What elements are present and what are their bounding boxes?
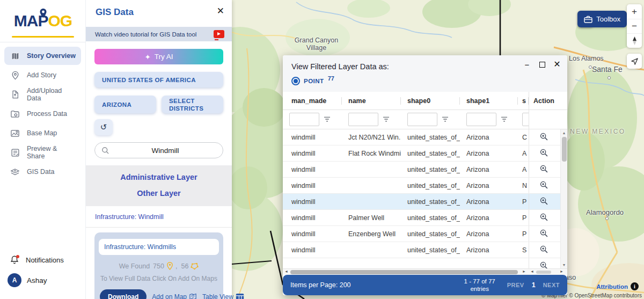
sidebar-item-process-data[interactable]: Process Data	[4, 105, 81, 123]
table-row[interactable]: windmill Palmer Well united_states_of_..…	[283, 210, 567, 226]
action-scroll-right-arrow[interactable]: ►	[560, 269, 564, 273]
add-on-map-button[interactable]: Add on Map	[152, 293, 197, 299]
compass-button[interactable]	[627, 33, 642, 48]
zoom-to-feature-button[interactable]	[538, 244, 550, 257]
magnifier-plus-icon	[539, 180, 548, 189]
filtered-layer-data-modal: View Filtered Layer Data as: − ✕ POINT 7…	[283, 55, 567, 295]
scroll-up-arrow[interactable]: ▲	[562, 129, 566, 136]
column-header-shape1[interactable]: shape1	[460, 92, 518, 110]
minimize-button[interactable]: −	[522, 60, 532, 69]
table-row-partial[interactable]	[283, 258, 567, 268]
zoom-to-feature-button[interactable]	[538, 212, 550, 224]
sidebar-item-story-overview[interactable]: Story Overview	[4, 47, 81, 65]
sidebar-item-base-map[interactable]: Base Map	[4, 124, 81, 142]
filter-input-shape2-clipped[interactable]	[522, 113, 529, 126]
prev-page-button[interactable]: PREV	[507, 282, 524, 288]
table-row[interactable]: windmill united_states_of_... Arizona P	[283, 194, 567, 210]
filter-icon[interactable]	[383, 116, 390, 122]
filter-icon[interactable]	[442, 116, 449, 122]
modal-close-button[interactable]: ✕	[552, 60, 562, 69]
filter-icon[interactable]	[324, 116, 331, 122]
app-root: Grand Canyon Village Kingman Los Alamos …	[0, 0, 644, 299]
cell-shape1: Arizona	[460, 194, 518, 209]
locate-button[interactable]	[627, 54, 642, 69]
cell-name	[342, 178, 401, 193]
zoom-in-button[interactable]: +	[627, 4, 642, 19]
sidebar-item-label: Add Story	[27, 71, 56, 79]
action-scroll-thumb[interactable]	[536, 271, 551, 274]
zoom-to-feature-button[interactable]	[538, 228, 550, 240]
map-label-grand-canyon-village: Grand Canyon Village	[291, 37, 342, 52]
filter-input-shape0[interactable]	[407, 113, 437, 126]
other-layer-heading[interactable]: Other Layer	[86, 187, 232, 200]
cell-shape1: Arizona	[460, 242, 518, 258]
scroll-right-arrow[interactable]: ►	[522, 269, 526, 273]
reset-button[interactable]: ↺	[94, 119, 113, 135]
table-row[interactable]: windmill Jct N20/N21 Win... united_state…	[283, 129, 567, 145]
toolbox-button[interactable]: Toolbox	[577, 11, 627, 27]
panel-close-icon[interactable]: ✕	[217, 5, 224, 17]
table-view-button[interactable]: Table View	[202, 293, 244, 299]
sidebar-bottom: Notifications A Ashay	[0, 251, 86, 291]
vertical-scrollbar[interactable]: ▲ ▼	[560, 129, 567, 268]
cell-shape1: Arizona	[460, 178, 518, 193]
video-tutorial-bar[interactable]: Watch video tutorial for GIS Data tool	[86, 27, 232, 41]
sidebar-item-add-story[interactable]: Add Story	[4, 66, 81, 84]
attribution-label[interactable]: Attribution	[596, 283, 628, 290]
zoom-to-feature-button[interactable]	[538, 131, 550, 144]
scroll-left-arrow[interactable]: ◄	[284, 269, 288, 273]
zoom-out-button[interactable]: −	[627, 19, 642, 33]
filter-input-man-made[interactable]	[289, 113, 319, 126]
sidebar-item-preview-share[interactable]: Preview & Share	[4, 143, 81, 162]
column-header-shape2-clipped[interactable]: s	[518, 92, 529, 110]
try-ai-button[interactable]: ✦ Try AI	[94, 49, 223, 64]
filter-input-name[interactable]	[348, 113, 378, 126]
magnifier-plus-icon	[539, 148, 548, 157]
cell-action	[529, 145, 559, 161]
filter-action-spacer	[529, 110, 559, 129]
vertical-scroll-thumb[interactable]	[562, 137, 567, 162]
zoom-to-feature-button[interactable]	[538, 147, 550, 160]
current-page[interactable]: 1	[532, 281, 536, 289]
zoom-to-feature-button[interactable]	[538, 179, 550, 192]
point-radio-option[interactable]: POINT 77	[291, 77, 334, 85]
infrastructure-windmill-link[interactable]: Infrastructure: Windmill	[86, 206, 232, 228]
horizontal-scrollbar[interactable]: ◄ ► ◄ ►	[283, 268, 567, 275]
table-row[interactable]: windmill united_states_of_... Arizona A	[283, 162, 567, 178]
districts-select-button[interactable]: SELECT DISTRICTS	[162, 96, 223, 113]
notifications-button[interactable]: Notifications	[0, 251, 86, 269]
filter-input-shape1[interactable]	[466, 113, 496, 126]
column-header-name[interactable]: name	[342, 92, 401, 110]
cell-man-made: windmill	[283, 210, 342, 225]
table-row[interactable]: windmill Flat Rock Windmill united_state…	[283, 145, 567, 162]
table-row[interactable]: windmill united_states_of_... Arizona N	[283, 178, 567, 194]
table-row[interactable]: windmill united_states_of_... Arizona S	[283, 242, 567, 258]
cell-name: Jct N20/N21 Win...	[342, 129, 401, 145]
cell-shape0: united_states_of_...	[401, 178, 460, 193]
attribution-row[interactable]: Attribution i	[596, 282, 639, 290]
search-input[interactable]	[114, 143, 216, 158]
maximize-button[interactable]	[537, 60, 547, 69]
mapog-logo[interactable]: MAPOG	[0, 0, 86, 42]
horizontal-scroll-thumb[interactable]	[290, 270, 518, 274]
sidebar-item-gis-data[interactable]: GIS Data	[4, 163, 81, 181]
zoom-to-feature-button[interactable]	[538, 195, 550, 208]
info-icon[interactable]: i	[631, 282, 639, 290]
download-button[interactable]: Download	[100, 289, 147, 299]
next-page-button[interactable]: NEXT	[543, 282, 560, 288]
action-scroll-left-arrow[interactable]: ◄	[530, 269, 534, 273]
logo-underline	[12, 36, 74, 38]
state-select-button[interactable]: ARIZONA	[94, 96, 156, 113]
scroll-down-arrow[interactable]: ▼	[562, 261, 566, 268]
table-row[interactable]: windmill Enzenberg Well united_states_of…	[283, 226, 567, 242]
column-header-man-made[interactable]: man_made	[283, 92, 342, 110]
zoom-to-feature-button[interactable]	[538, 260, 550, 269]
filter-icon[interactable]	[501, 116, 508, 122]
cell-action	[529, 242, 559, 258]
administrative-layer-heading[interactable]: Administrative Layer	[86, 171, 232, 184]
user-profile-button[interactable]: A Ashay	[0, 269, 86, 291]
column-header-shape0[interactable]: shape0	[401, 92, 460, 110]
country-select-button[interactable]: UNITED STATES OF AMERICA	[94, 72, 223, 87]
sidebar-item-add-upload-data[interactable]: Add/Upload Data	[4, 85, 81, 104]
zoom-to-feature-button[interactable]	[538, 163, 550, 176]
